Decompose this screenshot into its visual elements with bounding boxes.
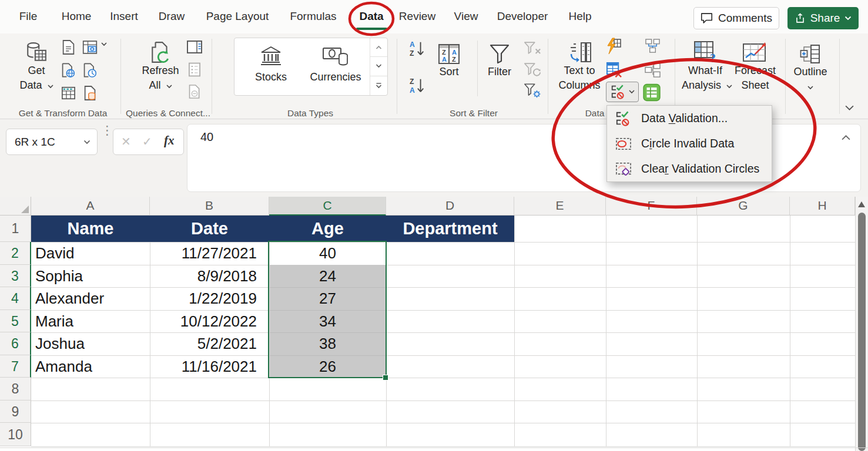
consolidate-icon[interactable] [643, 36, 662, 56]
comments-button[interactable]: Comments [693, 7, 779, 29]
cell-a6[interactable]: Joshua [35, 332, 147, 355]
advanced-filter-icon[interactable] [523, 80, 542, 100]
from-table-icon[interactable] [59, 83, 78, 103]
row-header-10[interactable]: 10 [0, 423, 31, 446]
tab-home[interactable]: Home [62, 10, 92, 23]
sort-az-icon[interactable]: AZ [408, 39, 427, 59]
workbook-links-icon[interactable] [185, 82, 204, 102]
collapse-ribbon-icon[interactable] [845, 105, 854, 110]
tab-insert[interactable]: Insert [110, 10, 138, 23]
share-chevron-icon[interactable] [844, 16, 852, 21]
insert-function-icon[interactable]: fx [164, 133, 175, 148]
share-icon [795, 13, 806, 24]
flash-fill-icon[interactable] [604, 36, 623, 56]
relationships-icon[interactable] [643, 60, 662, 80]
get-data-button[interactable]: Get Data [15, 36, 58, 93]
select-all-button[interactable] [0, 197, 31, 216]
scroll-up-icon[interactable] [858, 201, 865, 207]
share-button[interactable]: Share [787, 7, 859, 29]
tab-developer[interactable]: Developer [497, 10, 548, 23]
cell-d1[interactable]: Department [386, 216, 514, 242]
refresh-all-button[interactable]: Refresh All [136, 36, 185, 93]
currencies-button[interactable]: Currencies [303, 41, 368, 92]
menu-item-data-validation[interactable]: Data Validation... [607, 106, 772, 131]
from-picture-icon[interactable] [81, 37, 99, 57]
chevron-down-icon [629, 90, 635, 94]
row-header-4[interactable]: 4 [0, 287, 31, 310]
cell-a4[interactable]: Alexander [35, 287, 147, 310]
fill-handle[interactable] [383, 375, 388, 381]
sort-za-icon[interactable]: ZA [408, 76, 427, 96]
column-header-b[interactable]: B [150, 197, 269, 216]
from-text-icon[interactable] [59, 37, 78, 57]
properties-icon[interactable] [185, 59, 204, 79]
scrollbar-thumb[interactable] [858, 213, 866, 451]
confirm-entry-icon[interactable]: ✓ [142, 134, 152, 149]
cell-c1[interactable]: Age [269, 216, 386, 242]
tab-data[interactable]: Data [359, 10, 383, 23]
cell-a5[interactable]: Maria [35, 310, 147, 333]
filter-button[interactable]: Filter [481, 38, 518, 79]
cell-b2[interactable]: 11/27/2021 [150, 242, 257, 265]
tab-review[interactable]: Review [399, 10, 435, 23]
mini-divider [477, 41, 478, 96]
column-header-c[interactable]: C [269, 197, 386, 216]
gallery-more-button[interactable] [370, 76, 387, 95]
cell-a3[interactable]: Sophia [35, 265, 147, 288]
cell-b1[interactable]: Date [150, 216, 269, 242]
clear-filter-icon[interactable] [523, 38, 542, 58]
collapse-formula-bar-icon[interactable] [842, 135, 850, 140]
row-header-9[interactable]: 9 [0, 400, 31, 423]
column-header-e[interactable]: E [514, 197, 606, 216]
tab-page-layout[interactable]: Page Layout [206, 10, 269, 23]
text-to-columns-button[interactable]: Text to Columns [555, 36, 604, 93]
menu-item-clear-validation-circles[interactable]: Clear Validation Circles [607, 156, 772, 181]
sort-button[interactable]: ZAAZ Sort [431, 38, 467, 79]
row-header-1[interactable]: 1 [0, 216, 31, 242]
outline-button[interactable]: Outline [790, 38, 831, 94]
cancel-entry-icon[interactable]: ✕ [121, 134, 131, 149]
cell-a2[interactable]: David [35, 242, 147, 265]
column-header-h[interactable]: H [790, 197, 855, 216]
column-header-f[interactable]: F [606, 197, 697, 216]
cell-b5[interactable]: 10/12/2022 [150, 310, 257, 333]
what-if-analysis-button[interactable]: ? What-If Analysis [682, 36, 729, 93]
tab-file[interactable]: File [19, 10, 38, 23]
row-header-7[interactable]: 7 [0, 355, 31, 378]
row-header-6[interactable]: 6 [0, 332, 31, 355]
column-header-g[interactable]: G [697, 197, 790, 216]
row-header-5[interactable]: 5 [0, 310, 31, 333]
cell-a1[interactable]: Name [31, 216, 150, 242]
row-header-2[interactable]: 2 [0, 242, 31, 265]
queries-connections-icon[interactable] [185, 37, 204, 57]
formula-bar-handle[interactable]: ⋮ [101, 124, 113, 137]
cell-a7[interactable]: Amanda [35, 355, 147, 378]
data-validation-dropdown-button[interactable] [606, 82, 639, 102]
cell-b4[interactable]: 1/22/2019 [150, 287, 257, 310]
row-header-3[interactable]: 3 [0, 265, 31, 288]
vertical-scrollbar[interactable] [855, 197, 868, 451]
tab-help[interactable]: Help [568, 10, 591, 23]
cell-b3[interactable]: 8/9/2018 [150, 265, 257, 288]
forecast-sheet-button[interactable]: Forecast Sheet [731, 36, 779, 93]
column-header-a[interactable]: A [31, 197, 150, 216]
row-header-8[interactable]: 8 [0, 378, 31, 400]
gallery-scroll-down[interactable] [370, 57, 387, 76]
cell-b6[interactable]: 5/2/2021 [150, 332, 257, 355]
column-header-d[interactable]: D [386, 197, 514, 216]
reapply-filter-icon[interactable] [523, 59, 542, 79]
tab-view[interactable]: View [454, 10, 478, 23]
manage-data-model-icon[interactable] [642, 82, 661, 102]
chevron-down-icon[interactable] [83, 140, 91, 144]
recent-sources-icon[interactable] [81, 60, 99, 80]
remove-duplicates-icon[interactable] [604, 59, 623, 79]
stocks-button[interactable]: Stocks [243, 41, 299, 92]
menu-item-circle-invalid-data[interactable]: Circle Invalid Data [607, 131, 772, 156]
existing-connections-icon[interactable] [81, 83, 99, 103]
name-box[interactable]: 6R x 1C [6, 129, 98, 155]
cell-b7[interactable]: 11/16/2021 [150, 355, 257, 378]
tab-formulas[interactable]: Formulas [290, 10, 336, 23]
gallery-scroll-up[interactable] [370, 38, 387, 57]
tab-draw[interactable]: Draw [159, 10, 185, 23]
from-web-icon[interactable] [59, 60, 78, 80]
